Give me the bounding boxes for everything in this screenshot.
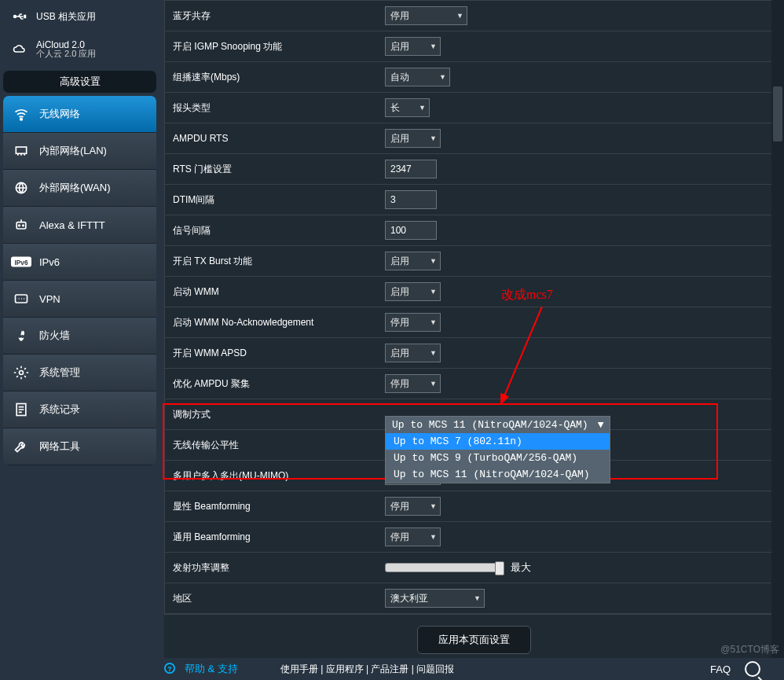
setting-label: 优化 AMPDU 聚集 — [165, 377, 377, 391]
select-3[interactable]: 长▼ — [385, 98, 430, 117]
setting-label: 启动 WMM No-Acknowledgement — [165, 316, 377, 329]
sidebar-item-label: 内部网络(LAN) — [39, 144, 107, 158]
select-9[interactable]: 启用▼ — [385, 282, 441, 301]
select-10[interactable]: 停用▼ — [385, 313, 441, 332]
setting-label: 通用 Beamforming — [165, 531, 377, 544]
select-option[interactable]: Up to MCS 7 (802.11n) — [386, 433, 610, 450]
chevron-down-icon: ▼ — [430, 349, 437, 357]
select-8[interactable]: 启用▼ — [385, 252, 441, 270]
setting-control: 自动▼ — [377, 68, 783, 86]
select-header[interactable]: Up to MCS 11 (NitroQAM/1024-QAM)▼ — [386, 417, 610, 433]
usb-icon — [11, 9, 28, 24]
select-17[interactable]: 停用▼ — [385, 527, 441, 546]
select-value: 启用 — [390, 285, 425, 299]
svg-point-5 — [19, 225, 20, 226]
setting-row: 开启 WMM APSD启用▼ — [165, 337, 783, 368]
ipv6-icon: IPv6 — [11, 253, 31, 270]
chevron-down-icon: ▼ — [430, 318, 437, 326]
setting-label: 无线传输公平性 — [165, 439, 377, 452]
sidebar-item-2[interactable]: 外部网络(WAN) — [3, 170, 156, 207]
chevron-down-icon: ▼ — [474, 594, 481, 602]
setting-label: 调制方式 — [165, 408, 377, 421]
sidebar-quick-1[interactable]: AiCloud 2.0个人云 2.0 应用 — [0, 33, 159, 66]
select-2[interactable]: 自动▼ — [385, 68, 450, 86]
setting-control: 启用▼ — [377, 282, 783, 301]
setting-control: 澳大利亚▼ — [377, 589, 783, 608]
select-19[interactable]: 澳大利亚▼ — [385, 589, 485, 608]
svg-point-1 — [20, 118, 23, 120]
sidebar-item-label: VPN — [39, 293, 60, 305]
sidebar-item-label: 防火墙 — [39, 329, 70, 343]
sidebar: USB 相关应用AiCloud 2.0个人云 2.0 应用 高级设置 无线网络内… — [0, 0, 159, 680]
sidebar-item-5[interactable]: VPN — [3, 281, 156, 318]
setting-row: 信号间隔 — [165, 215, 783, 245]
slider-max-label: 最大 — [511, 561, 531, 575]
setting-control: 停用▼ — [377, 527, 783, 546]
slider-knob[interactable] — [495, 561, 504, 575]
svg-point-10 — [20, 371, 24, 375]
select-0[interactable]: 停用▼ — [385, 6, 467, 25]
wifi-icon — [11, 105, 31, 123]
chevron-down-icon: ▼ — [456, 12, 463, 20]
sidebar-item-3[interactable]: Alexa & IFTTT — [3, 207, 156, 244]
select-value: 停用 — [390, 500, 425, 513]
select-4[interactable]: 启用▼ — [385, 129, 441, 148]
cloud-icon — [11, 42, 28, 57]
fire-icon — [11, 327, 31, 344]
chevron-down-icon: ▼ — [430, 380, 437, 388]
setting-control: 停用▼ — [377, 497, 783, 516]
sidebar-quick-sub: 个人云 2.0 应用 — [36, 48, 96, 60]
select-value: 启用 — [390, 255, 425, 268]
setting-label: 启动 WMM — [165, 285, 377, 299]
sidebar-item-4[interactable]: IPv6IPv6 — [3, 244, 156, 281]
setting-row: 调制方式Up to MCS 11 (NitroQAM/1024-QAM)▼Up … — [165, 399, 783, 429]
chevron-down-icon: ▼ — [430, 288, 437, 296]
chevron-down-icon: ▼ — [439, 73, 446, 81]
search-icon[interactable] — [745, 661, 760, 677]
setting-row: 启动 WMM No-Acknowledgement停用▼ — [165, 307, 783, 337]
faq-link[interactable]: FAQ — [710, 663, 731, 675]
svg-rect-2 — [16, 147, 26, 153]
input-5[interactable] — [385, 160, 437, 178]
setting-label: 蓝牙共存 — [165, 9, 377, 23]
input-7[interactable] — [385, 221, 437, 240]
sidebar-item-8[interactable]: 系统记录 — [3, 391, 156, 428]
select-value: 自动 — [390, 71, 434, 84]
setting-row: RTS 门槛设置 — [165, 153, 783, 184]
select-value: 启用 — [390, 132, 425, 145]
wrench-icon — [11, 438, 31, 455]
setting-row: 优化 AMPDU 聚集停用▼ — [165, 368, 783, 399]
sidebar-item-label: 网络工具 — [39, 439, 80, 454]
select-option[interactable]: Up to MCS 11 (NitroQAM/1024-QAM) — [386, 466, 610, 483]
select-12[interactable]: 停用▼ — [385, 374, 441, 393]
setting-label: 地区 — [165, 592, 377, 605]
apply-button[interactable]: 应用本页面设置 — [417, 626, 531, 654]
sidebar-item-7[interactable]: 系统管理 — [3, 355, 156, 391]
sidebar-item-label: 系统记录 — [39, 402, 80, 417]
setting-row: 报头类型长▼ — [165, 92, 783, 123]
footer-links[interactable]: 使用手册 | 应用程序 | 产品注册 | 问题回报 — [280, 663, 454, 676]
sidebar-item-9[interactable]: 网络工具 — [3, 428, 156, 465]
chevron-down-icon: ▼ — [598, 419, 604, 431]
select-16[interactable]: 停用▼ — [385, 497, 441, 516]
tx-power-slider[interactable] — [385, 563, 504, 572]
gear-icon — [11, 364, 31, 381]
lan-icon — [11, 142, 31, 160]
sidebar-item-6[interactable]: 防火墙 — [3, 318, 156, 355]
setting-control: 停用▼ — [377, 374, 783, 393]
sidebar-item-1[interactable]: 内部网络(LAN) — [3, 133, 156, 170]
sidebar-item-0[interactable]: 无线网络 — [3, 96, 156, 133]
select-11[interactable]: 启用▼ — [385, 344, 441, 362]
sidebar-quick-0[interactable]: USB 相关应用 — [0, 0, 159, 33]
chevron-down-icon: ▼ — [430, 257, 437, 265]
help-support-link[interactable]: 帮助 & 支持 — [185, 662, 238, 676]
setting-row: DTIM间隔 — [165, 184, 783, 215]
modulation-dropdown[interactable]: Up to MCS 11 (NitroQAM/1024-QAM)▼Up to M… — [385, 416, 610, 483]
setting-control — [377, 190, 783, 209]
input-6[interactable] — [385, 190, 437, 209]
log-icon — [11, 401, 31, 418]
svg-point-0 — [14, 16, 16, 18]
select-1[interactable]: 启用▼ — [385, 37, 441, 56]
chevron-down-icon: ▼ — [430, 134, 437, 142]
select-option[interactable]: Up to MCS 9 (TurboQAM/256-QAM) — [386, 450, 610, 466]
